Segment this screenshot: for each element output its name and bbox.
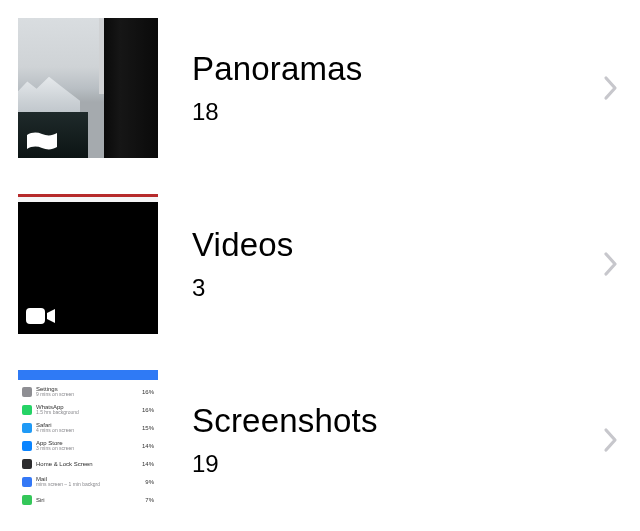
screenshot-thumb-row: WhatsApp1.5 hrs background16% [22,402,154,417]
album-title: Videos [192,226,598,264]
album-thumbnail: Settings9 mins on screen16%WhatsApp1.5 h… [18,370,158,510]
screenshot-thumb-row: Safari4 mins on screen15% [22,420,154,435]
screenshot-thumb-row: App Store3 mins on screen14% [22,438,154,453]
screenshot-thumb-row: Mailmins screen – 1 min backgrd9% [22,474,154,489]
album-text: Videos 3 [158,226,598,302]
panorama-icon [26,132,58,150]
album-list: Panoramas 18 Videos 3 [0,0,640,528]
video-icon [26,306,56,326]
screenshot-thumb-row: Siri7% [22,492,154,507]
album-row-panoramas[interactable]: Panoramas 18 [0,0,640,176]
album-row-videos[interactable]: Videos 3 [0,176,640,352]
screenshot-thumb-row: Settings9 mins on screen16% [22,384,154,399]
chevron-right-icon [598,251,628,277]
chevron-right-icon [598,427,628,453]
album-count: 3 [192,274,598,302]
svg-rect-0 [26,308,45,324]
album-text: Screenshots 19 [158,402,598,478]
album-count: 19 [192,450,598,478]
screenshot-thumb-row: Home & Lock Screen14% [22,456,154,471]
album-count: 18 [192,98,598,126]
album-title: Panoramas [192,50,598,88]
album-text: Panoramas 18 [158,50,598,126]
album-row-screenshots[interactable]: Settings9 mins on screen16%WhatsApp1.5 h… [0,352,640,528]
album-title: Screenshots [192,402,598,440]
album-thumbnail [18,18,158,158]
album-thumbnail [18,194,158,334]
chevron-right-icon [598,75,628,101]
